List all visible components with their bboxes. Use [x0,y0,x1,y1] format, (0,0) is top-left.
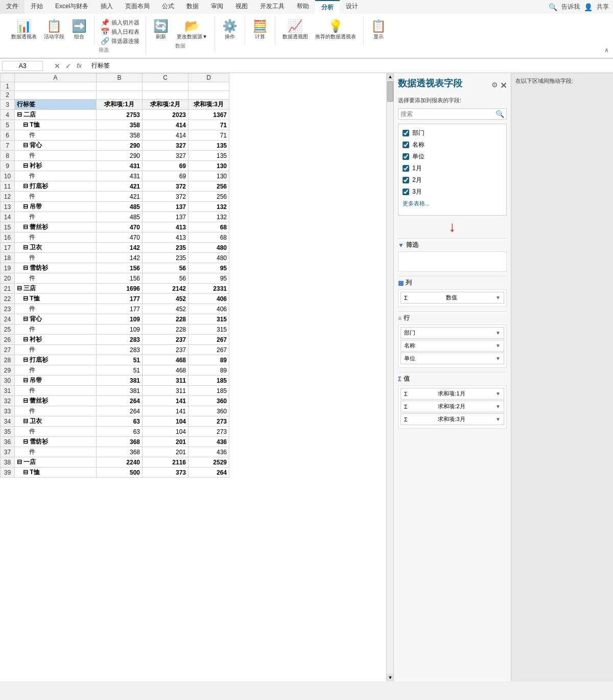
group-button[interactable]: ➡️ 组合 [68,18,90,42]
row-header[interactable]: 27 [1,345,15,355]
row-header[interactable]: 22 [1,294,15,304]
row-header[interactable]: 1 [1,82,15,91]
table-cell[interactable]: 264 [97,396,143,406]
table-cell[interactable]: 228 [143,314,188,324]
table-row[interactable]: 24 ⊟ 背心109228315 [1,314,229,324]
table-cell[interactable]: 431 [97,171,143,181]
row-header[interactable]: 33 [1,406,15,416]
table-row[interactable]: 35 件63104273 [1,427,229,437]
table-cell[interactable] [143,82,188,91]
field-item-unit[interactable]: 单位 [402,151,503,162]
table-cell[interactable]: 177 [97,294,143,304]
table-cell[interactable]: 130 [188,161,229,171]
insert-slicer-button[interactable]: 📌 插入切片器 [99,18,142,27]
table-cell[interactable]: 358 [97,120,143,130]
table-cell[interactable]: 89 [188,365,229,376]
table-cell[interactable]: 件 [15,151,97,161]
table-cell[interactable]: 件 [15,365,97,376]
table-cell[interactable]: 71 [188,120,229,130]
row-header[interactable]: 6 [1,130,15,141]
row-header[interactable]: 31 [1,386,15,396]
confirm-formula-icon[interactable]: ✓ [64,61,73,71]
table-cell[interactable]: 235 [143,253,188,263]
table-cell[interactable]: 480 [188,253,229,263]
row-header[interactable]: 11 [1,181,15,192]
row-header[interactable]: 16 [1,232,15,243]
table-row[interactable]: 33 件264141360 [1,406,229,416]
refresh-button[interactable]: 🔄 刷新 [150,18,172,42]
table-cell[interactable]: 421 [97,181,143,192]
row-header[interactable]: 19 [1,263,15,273]
row-header[interactable]: 26 [1,335,15,345]
row-header[interactable]: 10 [1,171,15,181]
table-cell[interactable]: ⊟ 二店 [15,110,97,120]
row-header[interactable]: 21 [1,284,15,294]
field-checkbox-name[interactable] [403,142,409,148]
table-cell[interactable]: 480 [188,243,229,253]
table-cell[interactable]: 68 [188,222,229,232]
calc-button[interactable]: 🧮 计算 [249,18,271,42]
table-row[interactable]: 34 ⊟ 卫衣63104273 [1,416,229,427]
table-cell[interactable]: 件 [15,232,97,243]
row-header[interactable]: 7 [1,141,15,151]
table-row[interactable]: 25 件109228315 [1,324,229,335]
row-header[interactable]: 32 [1,396,15,406]
table-cell[interactable]: 件 [15,345,97,355]
formula-input[interactable]: 行标签 [89,62,611,69]
table-cell[interactable]: 件 [15,253,97,263]
search-icon[interactable]: 🔍 [549,3,557,11]
table-cell[interactable]: 135 [188,151,229,161]
table-row[interactable]: 18 件142235480 [1,253,229,263]
table-row[interactable]: 17 ⊟ 卫衣142235480 [1,243,229,253]
values-feb-item[interactable]: Σ 求和项:2月 ▼ [400,401,504,412]
row-header[interactable]: 14 [1,212,15,222]
col-header-D[interactable]: D [188,74,229,82]
recommend-pivot-button[interactable]: 💡 推荐的数据透视表 [312,18,359,42]
values-mar-dropdown[interactable]: ▼ [496,416,501,422]
tab-analyze[interactable]: 分析 [315,0,340,14]
filter-zone-body[interactable] [398,251,507,272]
table-cell[interactable]: 290 [97,151,143,161]
table-cell[interactable]: 109 [97,314,143,324]
table-cell[interactable]: 142 [97,253,143,263]
table-cell[interactable]: ⊟ 三店 [15,284,97,294]
table-cell[interactable]: ⊟ 一店 [15,457,97,468]
table-row[interactable]: 1 [1,82,229,91]
table-cell[interactable]: 求和项:1月 [97,100,143,110]
table-cell[interactable]: 283 [97,335,143,345]
panel-settings-icon[interactable]: ⚙ [491,81,498,90]
table-cell[interactable]: 360 [188,396,229,406]
table-cell[interactable]: 235 [143,243,188,253]
table-cell[interactable]: 件 [15,324,97,335]
table-cell[interactable]: 2240 [97,457,143,468]
table-cell[interactable]: 452 [143,304,188,314]
field-item-feb[interactable]: 2月 [402,174,503,186]
table-cell[interactable]: 406 [188,294,229,304]
table-cell[interactable] [97,82,143,91]
table-cell[interactable]: 68 [188,232,229,243]
columns-values-item[interactable]: Σ 数值 ▼ [400,292,504,304]
table-cell[interactable]: 368 [97,447,143,457]
table-cell[interactable]: 2753 [97,110,143,120]
table-cell[interactable]: ⊟ 雪纺衫 [15,437,97,447]
tell-me-label[interactable]: 告诉我 [561,3,580,11]
rows-name-dropdown[interactable]: ▼ [496,343,501,348]
field-checkbox-mar[interactable] [403,189,409,195]
table-cell[interactable]: 1696 [97,284,143,294]
table-cell[interactable]: 470 [97,232,143,243]
table-cell[interactable]: 2331 [188,284,229,294]
table-row[interactable]: 20 件1565695 [1,273,229,284]
field-checkbox-jan[interactable] [403,165,409,172]
tab-page-layout[interactable]: 页面布局 [119,0,156,14]
tab-view[interactable]: 视图 [229,0,254,14]
pivot-chart-button[interactable]: 📈 数据透视图 [279,18,311,42]
table-row[interactable]: 15 ⊟ 蕾丝衫47041368 [1,222,229,232]
table-cell[interactable]: 141 [143,396,188,406]
table-cell[interactable]: 311 [143,386,188,396]
table-row[interactable]: 5 ⊟ T恤35841471 [1,120,229,130]
cancel-formula-icon[interactable]: ✕ [53,61,62,71]
table-cell[interactable]: 95 [188,273,229,284]
table-cell[interactable]: ⊟ 打底衫 [15,355,97,365]
table-cell[interactable]: ⊟ 打底衫 [15,181,97,192]
table-cell[interactable]: 142 [97,243,143,253]
